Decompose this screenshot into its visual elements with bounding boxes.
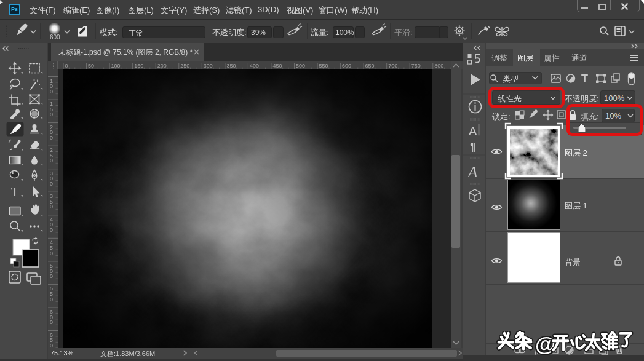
svg-text:A: A <box>469 124 477 138</box>
svg-text:650: 650 <box>365 63 375 69</box>
svg-text:¶: ¶ <box>470 140 476 153</box>
svg-text:0: 0 <box>50 181 53 187</box>
svg-text:300: 300 <box>204 63 213 69</box>
svg-text:800: 800 <box>434 63 443 69</box>
svg-text:150: 150 <box>134 63 143 69</box>
svg-text:T: T <box>11 185 18 199</box>
svg-text:600: 600 <box>342 63 351 69</box>
svg-text:350: 350 <box>226 63 236 69</box>
svg-text:750: 750 <box>411 63 421 69</box>
svg-text:0: 0 <box>50 227 53 233</box>
svg-text:400: 400 <box>250 63 259 69</box>
svg-text:100: 100 <box>111 63 121 69</box>
svg-text:0: 0 <box>50 89 53 95</box>
svg-text:A: A <box>467 164 478 180</box>
svg-text:T: T <box>581 73 588 85</box>
svg-text:0: 0 <box>50 135 53 141</box>
svg-text:0: 0 <box>50 319 53 325</box>
svg-text:0: 0 <box>50 111 53 117</box>
svg-text:550: 550 <box>319 63 328 69</box>
svg-text:250: 250 <box>180 63 189 69</box>
svg-text:0: 0 <box>50 296 53 303</box>
svg-text:0: 0 <box>50 273 53 279</box>
svg-text:0: 0 <box>50 157 53 164</box>
svg-text:700: 700 <box>388 63 397 69</box>
svg-text:0: 0 <box>65 63 68 69</box>
svg-text:0: 0 <box>50 250 53 256</box>
svg-text:0: 0 <box>50 343 53 348</box>
svg-text:500: 500 <box>296 63 305 69</box>
svg-text:0: 0 <box>50 204 53 210</box>
svg-text:200: 200 <box>157 63 167 69</box>
svg-text:450: 450 <box>272 63 282 69</box>
svg-text:50: 50 <box>88 63 94 69</box>
